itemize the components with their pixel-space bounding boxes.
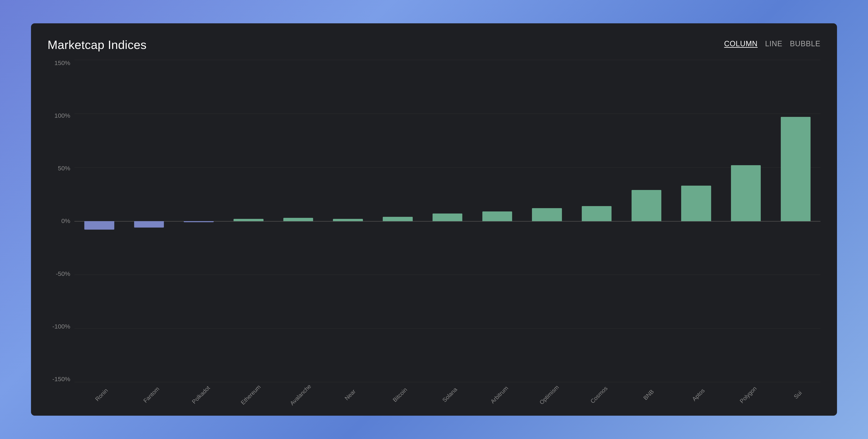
bar-polkadot [184, 221, 214, 222]
chart-type-btn-column[interactable]: COLUMN [724, 39, 757, 48]
chart-type-btn-line[interactable]: LINE [765, 39, 782, 48]
x-axis: RoninFantomPolkadotEthereumAvalancheNear… [48, 386, 820, 399]
bar-optimism [532, 208, 562, 221]
bar-group-bitcoin [373, 60, 423, 382]
bar-group-polkadot [174, 60, 224, 382]
y-axis-label: -100% [48, 324, 74, 330]
bar-cosmos [582, 206, 612, 221]
bar-fantom [134, 221, 164, 228]
bar-group-near [323, 60, 373, 382]
chart-body: 150%100%50%0%-50%-100%-150% [48, 60, 820, 382]
chart-inner [74, 60, 820, 382]
bar-polygon [731, 165, 761, 221]
bar-solana [433, 213, 462, 221]
bar-aptos [681, 185, 711, 221]
bar-group-fantom [124, 60, 174, 382]
y-axis-label: -50% [48, 271, 74, 277]
bars-container [74, 60, 820, 382]
bar-group-arbitrum [472, 60, 522, 382]
bar-sui [781, 117, 810, 221]
bar-bitcoin [383, 217, 412, 221]
bar-ethereum [234, 219, 263, 221]
chart-title: Marketcap Indices [48, 38, 147, 52]
bar-group-avalanche [273, 60, 323, 382]
y-axis-label: -150% [48, 376, 74, 382]
bar-ronin [84, 221, 114, 230]
y-axis: 150%100%50%0%-50%-100%-150% [48, 60, 74, 382]
bar-group-bnb [621, 60, 671, 382]
y-axis-label: 150% [48, 60, 74, 66]
bar-group-optimism [522, 60, 572, 382]
bar-group-ethereum [224, 60, 273, 382]
chart-type-selector: COLUMNLINEBUBBLE [724, 39, 820, 48]
chart-type-btn-bubble[interactable]: BUBBLE [790, 39, 820, 48]
chart-card: Marketcap Indices COLUMNLINEBUBBLE 150%1… [31, 23, 837, 416]
bar-bnb [631, 190, 661, 221]
y-axis-label: 50% [48, 165, 74, 171]
chart-area: 150%100%50%0%-50%-100%-150% RoninFantomP… [48, 60, 820, 399]
bar-avalanche [283, 218, 313, 221]
bar-group-sui [771, 60, 820, 382]
bar-near [333, 219, 363, 221]
bar-arbitrum [483, 211, 512, 221]
y-axis-label: 100% [48, 112, 74, 119]
chart-header: Marketcap Indices COLUMNLINEBUBBLE [48, 38, 820, 52]
bar-group-cosmos [572, 60, 622, 382]
bar-group-solana [423, 60, 472, 382]
bar-group-polygon [721, 60, 771, 382]
y-axis-label: 0% [48, 218, 74, 224]
bar-group-ronin [74, 60, 124, 382]
bar-group-aptos [671, 60, 721, 382]
